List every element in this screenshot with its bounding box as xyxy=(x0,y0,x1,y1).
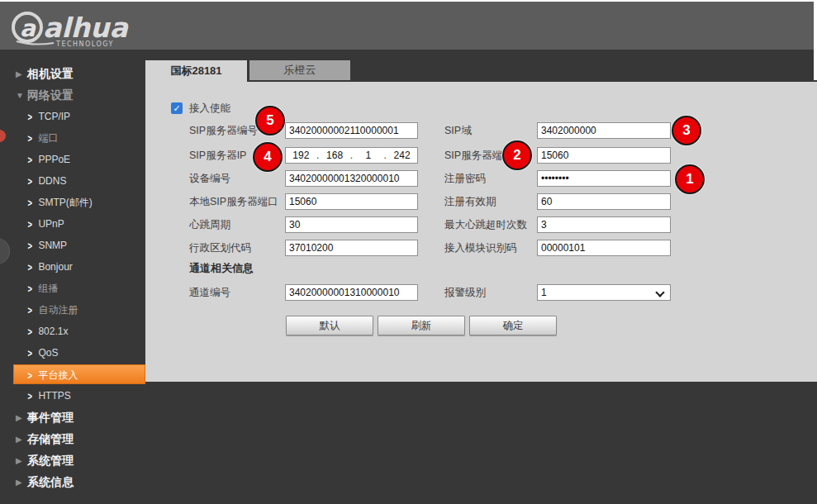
sidebar-item-https[interactable]: >HTTPS xyxy=(0,385,145,407)
form-row: 心跳周期 最大心跳超时次数 xyxy=(145,216,817,233)
register-password-field[interactable] xyxy=(537,170,671,187)
triangle-collapsed-icon: ▶ xyxy=(16,64,27,85)
chevron-right-icon: > xyxy=(27,340,31,365)
logo-subtext: TECHNOLOGY xyxy=(55,40,114,48)
triangle-collapsed-icon: ▶ xyxy=(16,450,27,472)
form-row: 通道编号 报警级别 1 xyxy=(145,284,817,301)
sidebar-item-ddns[interactable]: >DDNS xyxy=(0,170,145,192)
access-enable-label: 接入使能 xyxy=(189,102,230,115)
sip-server-id-label: SIP服务器编号 xyxy=(189,122,258,139)
default-button[interactable]: 默认 xyxy=(286,316,373,335)
sip-server-ip-field[interactable]: 192. 168. 1. 242 xyxy=(285,147,418,164)
sip-domain-label: SIP域 xyxy=(444,122,472,139)
chevron-right-icon: > xyxy=(27,383,31,408)
sidebar-item-multicast[interactable]: >组播 xyxy=(0,278,145,299)
local-sip-port-label: 本地SIP服务器端口 xyxy=(189,193,278,210)
sidebar-item-smtp[interactable]: >SMTP(邮件) xyxy=(0,192,145,213)
alarm-level-label: 报警级别 xyxy=(444,284,486,301)
tab-lechengyun[interactable]: 乐橙云 xyxy=(249,60,350,80)
annotation-circle-2: 2 xyxy=(502,140,532,170)
sip-server-port-field[interactable] xyxy=(537,147,671,164)
triangle-collapsed-icon: ▶ xyxy=(16,407,27,429)
sidebar-item-port[interactable]: >端口 xyxy=(0,127,145,149)
channel-id-label: 通道编号 xyxy=(189,284,230,301)
access-enable-row: ✓ 接入使能 xyxy=(145,102,817,116)
access-enable-checkbox[interactable]: ✓ xyxy=(171,102,183,114)
register-validity-field[interactable] xyxy=(537,193,671,210)
access-module-id-field[interactable] xyxy=(537,240,671,256)
annotation-circle-1: 1 xyxy=(675,164,705,194)
form-actions: 默认 刷新 确定 xyxy=(286,316,557,335)
sidebar-item-qos[interactable]: >QoS xyxy=(0,342,145,364)
sidebar-item-upnp[interactable]: >UPnP xyxy=(0,213,145,235)
triangle-expanded-icon: ▼ xyxy=(16,85,27,107)
annotation-circle-4: 4 xyxy=(253,142,283,172)
confirm-button[interactable]: 确定 xyxy=(469,316,557,335)
sidebar-item-system-info[interactable]: ▶系统信息 xyxy=(0,471,145,492)
device-id-field[interactable] xyxy=(285,170,418,187)
register-validity-label: 注册有效期 xyxy=(444,193,496,210)
sidebar-item-storage-management[interactable]: ▶存储管理 xyxy=(0,428,145,449)
dahua-logo: a alhua TECHNOLOGY xyxy=(8,5,140,51)
sip-server-ip-label: SIP服务器IP xyxy=(189,147,246,164)
heartbeat-period-field[interactable] xyxy=(285,216,418,233)
sidebar-item-system-management[interactable]: ▶系统管理 xyxy=(0,449,145,471)
sidebar-nav: ▶相机设置 ▼网络设置 >TCP/IP >端口 >PPPoE >DDNS >SM… xyxy=(0,63,145,492)
tab-gb28181[interactable]: 国标28181 xyxy=(145,60,247,82)
header-bar: a alhua TECHNOLOGY xyxy=(0,2,817,50)
sidebar-item-camera-settings[interactable]: ▶相机设置 xyxy=(0,63,145,84)
form-row: 本地SIP服务器端口 注册有效期 xyxy=(145,193,817,210)
annotation-circle-3: 3 xyxy=(672,116,701,145)
local-sip-port-field[interactable] xyxy=(285,193,418,210)
logo-text: alhua xyxy=(43,12,130,44)
tab-bar: 国标28181 乐橙云 xyxy=(145,60,350,82)
sidebar-item-bonjour[interactable]: >Bonjour xyxy=(0,256,145,278)
sip-domain-field[interactable] xyxy=(537,122,671,139)
window-right-edge xyxy=(814,0,817,80)
register-password-label: 注册密码 xyxy=(444,170,486,187)
refresh-button[interactable]: 刷新 xyxy=(378,316,465,335)
access-module-id-label: 接入模块识别码 xyxy=(444,240,517,256)
dahua-logo-icon: a alhua TECHNOLOGY xyxy=(8,5,140,48)
heartbeat-period-label: 心跳周期 xyxy=(189,216,230,233)
admin-region-code-label: 行政区划代码 xyxy=(189,240,251,256)
form-row: SIP服务器编号 SIP域 xyxy=(145,122,817,139)
sidebar-item-snmp[interactable]: >SNMP xyxy=(0,235,145,256)
form-row: 行政区划代码 接入模块识别码 xyxy=(145,240,817,256)
max-heartbeat-timeout-field[interactable] xyxy=(537,216,671,233)
sidebar-item-event-management[interactable]: ▶事件管理 xyxy=(0,407,145,428)
channel-info-section-header: 通道相关信息 xyxy=(189,261,254,276)
alarm-level-select[interactable]: 1 xyxy=(537,284,671,301)
sidebar-item-platform-access[interactable]: >平台接入 xyxy=(13,364,145,384)
admin-region-code-field[interactable] xyxy=(285,240,418,256)
sidebar-item-auto-register[interactable]: >自动注册 xyxy=(0,299,145,321)
form-row: 设备编号 注册密码 xyxy=(145,170,817,187)
sip-server-id-field[interactable] xyxy=(285,122,418,139)
sidebar-item-tcpip[interactable]: >TCP/IP xyxy=(0,106,145,127)
sidebar-item-8021x[interactable]: >802.1x xyxy=(0,321,145,342)
max-heartbeat-timeout-label: 最大心跳超时次数 xyxy=(444,216,527,233)
channel-id-field[interactable] xyxy=(285,284,418,301)
sidebar-item-pppoe[interactable]: >PPPoE xyxy=(0,149,145,170)
gb28181-settings-panel: ✓ 接入使能 SIP服务器编号 SIP域 SIP服务器IP 192. 168. … xyxy=(145,82,817,382)
chevron-down-icon xyxy=(655,288,664,297)
device-id-label: 设备编号 xyxy=(189,170,230,187)
triangle-collapsed-icon: ▶ xyxy=(16,472,27,493)
form-row: SIP服务器IP 192. 168. 1. 242 SIP服务器端口 xyxy=(145,147,817,164)
triangle-collapsed-icon: ▶ xyxy=(16,429,27,450)
annotation-circle-5: 5 xyxy=(255,106,285,136)
logo-letter-a: a xyxy=(20,15,36,42)
sidebar-item-network-settings[interactable]: ▼网络设置 xyxy=(0,84,145,106)
